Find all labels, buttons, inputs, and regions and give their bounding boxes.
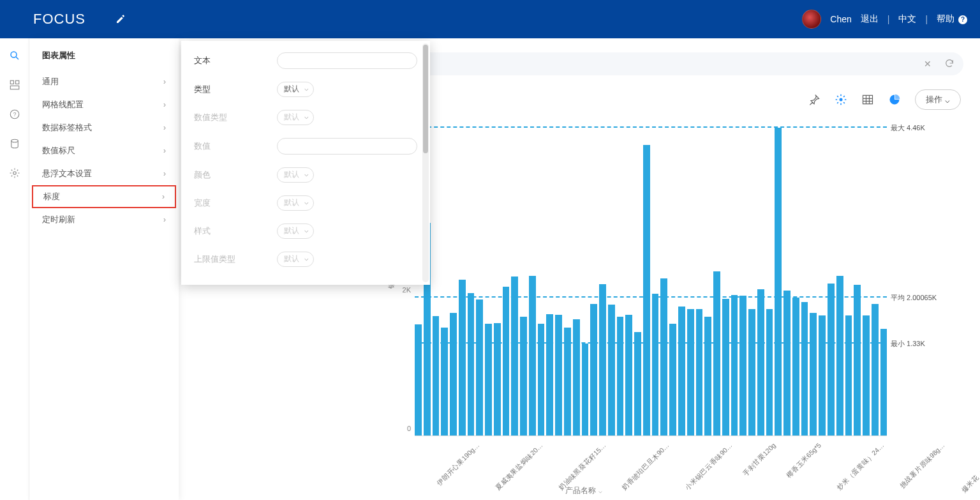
bar[interactable] [652,294,659,436]
chevron-right-icon: › [163,77,166,86]
bar[interactable] [731,295,738,436]
bar[interactable] [494,323,501,436]
bar[interactable] [441,328,448,436]
bar[interactable] [845,315,852,436]
logout-link[interactable]: 退出 [861,13,879,25]
bar[interactable] [468,293,475,436]
bar[interactable] [872,304,879,436]
bar[interactable] [617,317,624,436]
panel-item[interactable]: 定时刷新› [29,208,179,231]
panel-item[interactable]: 标度› [32,185,176,208]
bar[interactable] [625,315,632,436]
rail-settings-icon[interactable] [9,167,20,179]
form-select: 默认 [277,167,314,183]
panel-item[interactable]: 数据标签格式› [29,116,179,139]
bar[interactable] [854,285,861,436]
form-select: 默认 [277,195,314,211]
form-text-input[interactable] [277,52,417,69]
main-area: 产品名称×销售数量× ✕ 操作⌵ 文本类型默认数值类型默认数值颜色默认宽度默认样… [179,38,980,500]
bar[interactable] [520,317,527,436]
bar[interactable] [836,276,843,436]
panel-item-label: 标度 [43,191,60,202]
bar[interactable] [819,315,826,436]
form-row: 文本 [194,52,417,69]
bar[interactable] [739,296,746,436]
bar[interactable] [503,287,510,436]
form-label: 数值 [194,140,277,152]
bar[interactable] [538,324,545,436]
bar[interactable] [669,324,676,436]
bar[interactable] [783,291,791,436]
rail-dashboard-icon[interactable] [9,79,20,91]
bar[interactable] [564,328,571,436]
table-icon[interactable] [861,93,874,106]
settings-gear-icon[interactable] [835,93,847,106]
bar[interactable] [599,284,606,436]
form-label: 样式 [194,225,277,237]
bar[interactable] [546,314,553,436]
bar[interactable] [678,307,685,436]
svg-text:?: ? [13,112,16,117]
bar[interactable] [792,298,799,436]
bar[interactable] [485,324,492,436]
bar[interactable] [415,324,422,436]
bar[interactable] [766,309,773,436]
pie-chart-icon[interactable] [888,93,901,106]
bar[interactable] [573,319,580,436]
bar[interactable] [608,305,615,436]
bar[interactable] [450,313,457,436]
form-row: 数值 [194,138,417,155]
bar[interactable] [828,284,835,436]
form-row: 上限值类型默认 [194,252,417,267]
scrollbar-thumb[interactable] [423,45,428,153]
top-bar: FOCUS Chen 退出 | 中文 | 帮助 ? [0,0,980,38]
language-link[interactable]: 中文 [898,13,916,25]
rail-search-icon[interactable] [9,50,20,61]
pin-icon[interactable] [808,93,820,106]
x-tick: 伊朗开心果190g… [415,439,471,497]
bar[interactable] [643,145,650,436]
panel-item[interactable]: 数值标尺› [29,139,179,162]
bar[interactable] [722,299,729,436]
bars-group [415,128,887,436]
bar[interactable] [582,344,589,436]
panel-item[interactable]: 网格线配置› [29,93,179,116]
reference-line-label: 最大 4.46K [891,123,925,133]
action-dropdown[interactable]: 操作⌵ [915,89,961,110]
bar[interactable] [459,280,466,436]
expand-icon[interactable]: ⌵ [598,487,602,494]
help-link[interactable]: 帮助 ? [937,13,967,25]
bar[interactable] [590,304,597,436]
edit-button[interactable] [114,13,127,26]
bar[interactable] [555,315,562,436]
bar[interactable] [529,276,536,436]
bar[interactable] [687,309,694,436]
rail-help-icon[interactable]: ? [9,109,20,120]
username[interactable]: Chen [830,14,851,24]
bar[interactable] [801,302,808,436]
bar[interactable] [775,128,782,436]
panel-item[interactable]: 悬浮文本设置› [29,162,179,185]
bar[interactable] [748,309,755,436]
panel-item[interactable]: 通用› [29,70,179,93]
bar[interactable] [696,309,703,436]
bar[interactable] [660,278,667,436]
refresh-button[interactable] [944,58,954,70]
clear-button[interactable]: ✕ [924,59,932,69]
bar[interactable] [880,329,887,436]
reference-line-label: 最小 1.33K [891,339,925,349]
bar[interactable] [511,277,518,436]
bar[interactable] [810,313,817,436]
svg-rect-3 [15,80,19,84]
rail-database-icon[interactable] [9,138,20,149]
bar[interactable] [704,317,711,436]
bar[interactable] [863,315,870,436]
bar[interactable] [476,299,483,436]
avatar[interactable] [802,10,821,29]
svg-point-11 [840,98,843,102]
form-select[interactable]: 默认 [277,82,314,97]
bar[interactable] [433,316,440,436]
x-tick-label: 爆米花（焦糖味）1… [960,441,980,495]
bar[interactable] [634,332,641,436]
bar[interactable] [757,289,764,436]
